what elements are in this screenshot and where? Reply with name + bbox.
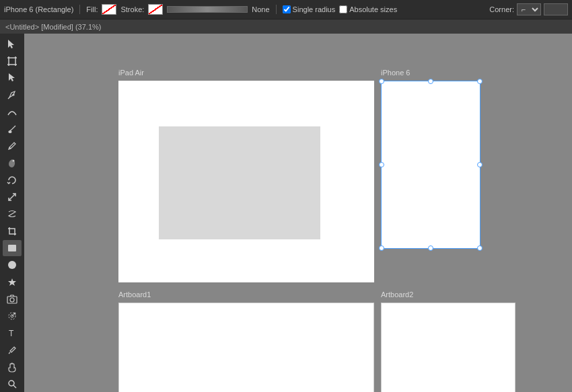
fill-color-swatch[interactable] xyxy=(102,4,116,15)
opacity-none-label: None xyxy=(252,5,269,13)
curvature-tool-btn[interactable] xyxy=(3,104,22,120)
type-tool-btn[interactable]: T xyxy=(3,325,22,341)
artboard-iphone6[interactable]: iPhone 6 xyxy=(381,81,480,249)
artboard2-frame xyxy=(381,303,515,392)
single-radius-checkbox[interactable] xyxy=(283,5,291,13)
ipad-air-label: iPad Air xyxy=(118,69,144,77)
shape-name-label: iPhone 6 (Rectangle) xyxy=(4,5,73,13)
svg-marker-10 xyxy=(9,73,15,81)
artboard-tool-btn[interactable] xyxy=(3,53,22,69)
rotate-tool-btn[interactable] xyxy=(3,172,22,188)
top-toolbar: iPhone 6 (Rectangle) Fill: Stroke: None … xyxy=(0,0,572,19)
corner-label: Corner: xyxy=(489,5,514,13)
corner-radius-input[interactable]: 0 % xyxy=(544,3,568,15)
svg-line-16 xyxy=(9,194,15,200)
artboard2-container[interactable]: Artboard2 xyxy=(381,303,515,392)
artboard1-container[interactable]: Artboard1 xyxy=(118,303,374,392)
breadcrumb-bar: <Untitled> [Modified] (37.1%) xyxy=(0,19,572,34)
blob-brush-btn[interactable] xyxy=(3,155,22,171)
ellipse-tool-btn[interactable] xyxy=(3,258,22,273)
single-radius-label: Single radius xyxy=(293,5,336,13)
svg-point-33 xyxy=(9,381,14,386)
svg-text:T: T xyxy=(9,329,14,338)
sel-handle-tl[interactable] xyxy=(379,79,384,84)
svg-rect-1 xyxy=(9,58,15,65)
iphone6-label: iPhone 6 xyxy=(381,69,410,77)
corner-section: Corner: ⌐ 0 % xyxy=(489,3,568,15)
eyedropper-tool-btn[interactable] xyxy=(3,342,22,358)
direct-select-tool-btn[interactable] xyxy=(3,71,22,86)
pen-tool-btn[interactable] xyxy=(3,87,22,103)
stroke-label: Stroke: xyxy=(120,5,144,13)
flare-tool-btn[interactable] xyxy=(3,309,22,324)
image-tool-btn[interactable] xyxy=(3,291,22,307)
svg-rect-22 xyxy=(8,245,16,251)
star-tool-btn[interactable] xyxy=(3,274,22,290)
svg-point-26 xyxy=(10,298,14,302)
single-radius-checkbox-area[interactable]: Single radius xyxy=(283,5,336,13)
sel-handle-tr[interactable] xyxy=(477,79,482,84)
svg-line-14 xyxy=(9,147,11,149)
absolute-sizes-checkbox-area[interactable]: Absolute sizes xyxy=(339,5,397,13)
svg-point-23 xyxy=(8,261,16,269)
svg-marker-0 xyxy=(8,40,14,48)
sel-handle-bc[interactable] xyxy=(428,245,433,251)
canvas-inner: iPad Air iPhone 6 xyxy=(44,54,556,390)
svg-line-32 xyxy=(9,352,10,354)
zoom-tool-btn[interactable] xyxy=(3,377,22,392)
left-toolbar: T xyxy=(0,34,24,392)
absolute-sizes-label: Absolute sizes xyxy=(349,5,397,13)
canvas-area[interactable]: iPad Air iPhone 6 xyxy=(24,34,572,392)
sel-handle-br[interactable] xyxy=(477,245,482,251)
stroke-swatch-box[interactable] xyxy=(148,4,163,15)
scale-tool-btn[interactable] xyxy=(3,190,22,205)
fill-label: Fill: xyxy=(86,5,98,13)
opacity-slider[interactable] xyxy=(167,6,248,13)
breadcrumb-text: <Untitled> [Modified] (37.1%) xyxy=(5,23,101,31)
svg-point-11 xyxy=(13,94,14,95)
svg-point-13 xyxy=(9,131,11,133)
rectangle-tool-btn[interactable] xyxy=(3,240,22,256)
crop-tool-btn[interactable] xyxy=(3,223,22,239)
sel-handle-mr[interactable] xyxy=(477,162,482,167)
absolute-sizes-checkbox[interactable] xyxy=(339,5,347,13)
hand-tool-btn[interactable] xyxy=(3,359,22,375)
pencil-tool-btn[interactable] xyxy=(3,139,22,154)
sel-handle-tc[interactable] xyxy=(428,79,433,84)
sel-handle-bl[interactable] xyxy=(379,245,384,251)
svg-line-34 xyxy=(13,385,16,388)
artboard1-frame xyxy=(118,303,374,392)
svg-line-12 xyxy=(8,97,9,99)
sel-handle-ml[interactable] xyxy=(379,162,384,167)
artboard-ipad-air[interactable]: iPad Air xyxy=(118,81,374,282)
artboard1-label: Artboard1 xyxy=(118,290,151,299)
svg-point-15 xyxy=(13,159,15,161)
ipad-air-frame xyxy=(118,81,374,282)
warp-tool-btn[interactable] xyxy=(3,206,22,222)
svg-marker-24 xyxy=(8,278,16,286)
artboard2-label: Artboard2 xyxy=(381,290,413,299)
svg-rect-17 xyxy=(9,229,15,234)
fill-swatch-box[interactable] xyxy=(102,4,116,15)
main-area: T iPad Air iPhone 6 xyxy=(0,34,572,392)
corner-style-dropdown[interactable]: ⌐ xyxy=(517,3,541,15)
selection-tool-btn[interactable] xyxy=(3,36,22,52)
stroke-color-swatch[interactable] xyxy=(148,4,163,15)
iphone6-frame xyxy=(381,81,480,249)
ipad-inner-rectangle xyxy=(159,126,320,239)
brush-tool-btn[interactable] xyxy=(3,121,22,136)
